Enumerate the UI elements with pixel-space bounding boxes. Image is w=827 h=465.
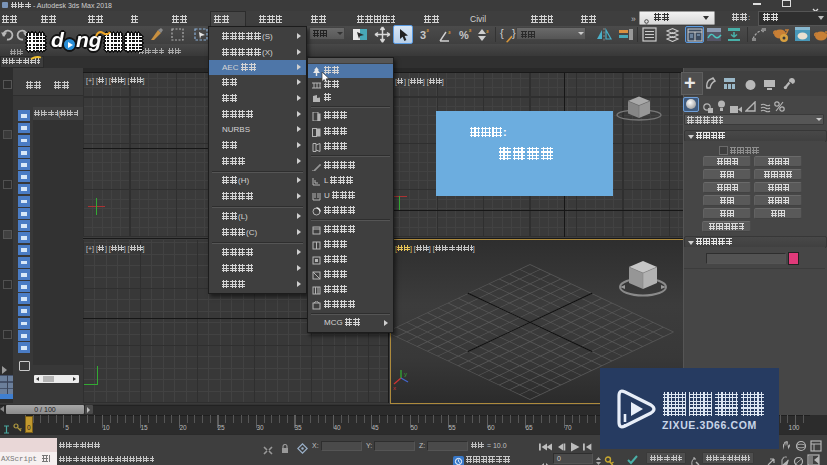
svg-text:²: ² (486, 29, 489, 38)
svg-text:y: y (404, 371, 407, 377)
svg-text:x: x (393, 385, 396, 390)
svg-text:²: ² (448, 30, 451, 39)
